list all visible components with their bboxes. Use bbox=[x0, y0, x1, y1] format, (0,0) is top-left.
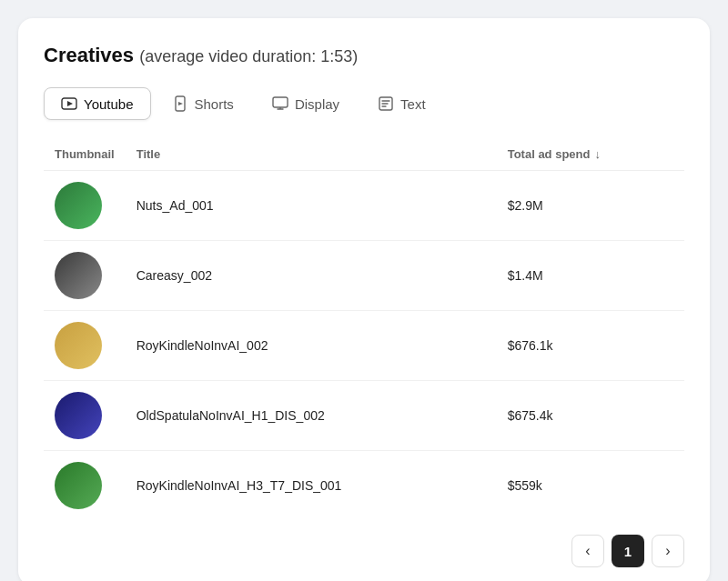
tab-display-label: Display bbox=[295, 96, 339, 112]
avatar bbox=[55, 392, 102, 439]
thumbnail-cell bbox=[44, 171, 126, 241]
col-title: Title bbox=[126, 138, 497, 171]
tab-display[interactable]: Display bbox=[255, 87, 357, 120]
next-icon: › bbox=[665, 543, 670, 559]
title-subtitle: (average video duration: 1:53) bbox=[139, 47, 358, 65]
youtube-icon bbox=[61, 95, 77, 112]
avatar bbox=[55, 182, 102, 229]
title-cell: Careasy_002 bbox=[126, 241, 497, 311]
tab-shorts[interactable]: Shorts bbox=[155, 87, 251, 120]
thumbnail-cell bbox=[44, 381, 126, 451]
table-row: RoyKindleNoInvAI_002$676.1k bbox=[44, 311, 684, 381]
tab-youtube-label: Youtube bbox=[84, 96, 134, 112]
creatives-card: Creatives (average video duration: 1:53)… bbox=[18, 18, 710, 581]
thumbnail-cell bbox=[44, 451, 126, 521]
title-cell: RoyKindleNoInvAI_H3_T7_DIS_001 bbox=[126, 451, 497, 521]
title-cell: RoyKindleNoInvAI_002 bbox=[126, 311, 497, 381]
pagination: ‹ 1 › bbox=[44, 535, 684, 567]
col-spend[interactable]: Total ad spend ↓ bbox=[497, 138, 684, 171]
thumbnail-cell bbox=[44, 311, 126, 381]
prev-icon: ‹ bbox=[585, 543, 590, 559]
spend-cell: $675.4k bbox=[497, 381, 684, 451]
avatar bbox=[55, 252, 102, 299]
tab-text-label: Text bbox=[400, 96, 426, 112]
svg-rect-4 bbox=[273, 97, 288, 107]
table-row: Nuts_Ad_001$2.9M bbox=[44, 171, 684, 241]
tab-youtube[interactable]: Youtube bbox=[44, 87, 151, 120]
svg-marker-3 bbox=[178, 102, 183, 105]
title-cell: Nuts_Ad_001 bbox=[126, 171, 497, 241]
page-title: Creatives (average video duration: 1:53) bbox=[44, 44, 684, 67]
spend-cell: $1.4M bbox=[497, 241, 684, 311]
tab-bar: Youtube Shorts Display bbox=[44, 87, 684, 120]
spend-cell: $559k bbox=[497, 451, 684, 521]
text-icon bbox=[378, 95, 394, 112]
spend-cell: $2.9M bbox=[497, 171, 684, 241]
table-row: OldSpatulaNoInvAI_H1_DIS_002$675.4k bbox=[44, 381, 684, 451]
svg-marker-1 bbox=[67, 101, 73, 106]
avatar bbox=[55, 322, 102, 369]
creatives-table: Thumbnail Title Total ad spend ↓ Nuts_Ad… bbox=[44, 138, 684, 520]
col-thumbnail: Thumbnail bbox=[44, 138, 126, 171]
next-page-button[interactable]: › bbox=[652, 535, 684, 567]
title-cell: OldSpatulaNoInvAI_H1_DIS_002 bbox=[126, 381, 497, 451]
tab-text[interactable]: Text bbox=[360, 87, 443, 120]
prev-page-button[interactable]: ‹ bbox=[571, 535, 604, 567]
table-row: Careasy_002$1.4M bbox=[44, 241, 684, 311]
display-icon bbox=[272, 95, 288, 112]
tab-shorts-label: Shorts bbox=[195, 96, 234, 112]
current-page: 1 bbox=[612, 535, 644, 567]
title-text: Creatives bbox=[44, 44, 134, 66]
avatar bbox=[55, 462, 102, 509]
sort-icon: ↓ bbox=[594, 147, 601, 161]
thumbnail-cell bbox=[44, 241, 126, 311]
table-row: RoyKindleNoInvAI_H3_T7_DIS_001$559k bbox=[44, 451, 684, 521]
shorts-icon bbox=[172, 95, 188, 112]
spend-cell: $676.1k bbox=[497, 311, 684, 381]
